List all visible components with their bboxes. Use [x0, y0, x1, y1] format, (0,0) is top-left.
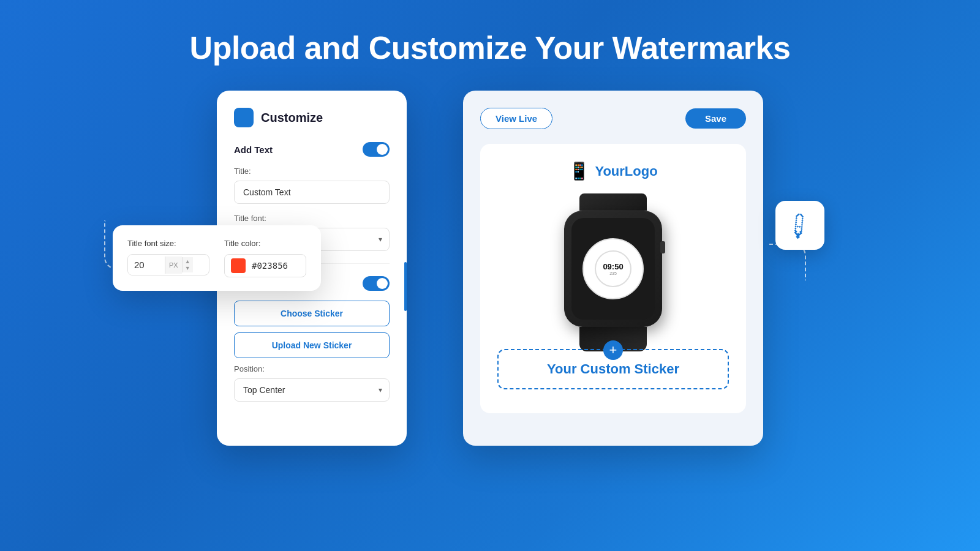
color-col: Title color: #023856 — [224, 239, 306, 277]
upload-sticker-button[interactable]: Upload New Sticker — [234, 332, 390, 358]
color-label: Title color: — [224, 239, 306, 248]
watch-face: 09:50 235 — [582, 238, 644, 299]
font-size-input[interactable] — [128, 255, 165, 275]
floating-font-card: Title font size: PX ▲ ▼ Title color: — [113, 225, 321, 291]
title-field-label: Title: — [234, 167, 390, 176]
font-size-up-icon[interactable]: ▲ — [185, 258, 190, 265]
scroll-indicator — [404, 262, 407, 311]
color-swatch[interactable] — [231, 258, 246, 273]
logo-icon: 📱 — [568, 161, 590, 181]
font-size-down-icon[interactable]: ▼ — [185, 265, 190, 272]
main-layout: Customize Add Text Title: Title font: In… — [0, 91, 980, 446]
position-select-wrapper: Top Center Top Left Top Right Bottom Cen… — [234, 378, 390, 402]
font-size-color-row: Title font size: PX ▲ ▼ Title color: — [127, 239, 306, 277]
color-input-wrapper[interactable]: #023856 — [224, 254, 306, 277]
font-size-unit: PX — [165, 257, 182, 274]
font-size-input-wrapper: PX ▲ ▼ — [127, 254, 209, 276]
panel-title: Customize — [261, 111, 323, 125]
watch-time-display: 09:50 — [603, 262, 623, 271]
font-size-col: Title font size: PX ▲ ▼ — [127, 239, 209, 276]
watch-date-display: 235 — [609, 271, 617, 276]
choose-sticker-button[interactable]: Choose Sticker — [234, 301, 390, 326]
custom-sticker-label: Your Custom Sticker — [547, 361, 679, 377]
add-text-toggle[interactable] — [363, 142, 390, 157]
logo-area: 📱 YourLogo — [568, 161, 657, 181]
view-live-button[interactable]: View Live — [480, 108, 552, 129]
watch-body: 09:50 235 — [564, 211, 662, 327]
customize-icon — [234, 108, 254, 127]
preview-area: 📱 YourLogo 09:50 235 — [480, 144, 746, 413]
preview-panel-header: View Live Save — [480, 108, 746, 129]
position-label: Position: — [234, 364, 390, 373]
custom-sticker-dropzone[interactable]: + Your Custom Sticker — [497, 349, 729, 389]
watch-side-button — [660, 241, 665, 253]
panel-header: Customize — [234, 108, 390, 127]
watch-band-top — [579, 193, 647, 211]
sticker-toggle[interactable] — [363, 276, 390, 291]
add-text-section-header: Add Text — [234, 142, 390, 157]
position-select[interactable]: Top Center Top Left Top Right Bottom Cen… — [234, 378, 390, 402]
customize-panel: Customize Add Text Title: Title font: In… — [217, 91, 407, 446]
watch-screen: 09:50 235 — [571, 218, 655, 320]
page-title: Upload and Customize Your Watermarks — [190, 29, 791, 66]
add-text-title: Add Text — [234, 144, 273, 155]
font-size-label: Title font size: — [127, 239, 209, 248]
dropzone-plus-icon: + — [603, 340, 623, 360]
logo-text: YourLogo — [595, 163, 657, 179]
watch-face-inner: 09:50 235 — [595, 250, 631, 287]
save-button[interactable]: Save — [685, 108, 746, 129]
eyedropper-tool[interactable]: 🖊 — [775, 201, 824, 250]
color-hex-value: #023856 — [252, 261, 288, 271]
eyedropper-icon: 🖊 — [783, 208, 818, 242]
font-size-arrows[interactable]: ▲ ▼ — [182, 257, 193, 273]
smartwatch-image: 09:50 235 — [546, 193, 680, 334]
preview-panel: View Live Save 📱 YourLogo 09:50 235 — [463, 91, 763, 446]
font-field-label: Title font: — [234, 214, 390, 223]
title-text-input[interactable] — [234, 181, 390, 204]
